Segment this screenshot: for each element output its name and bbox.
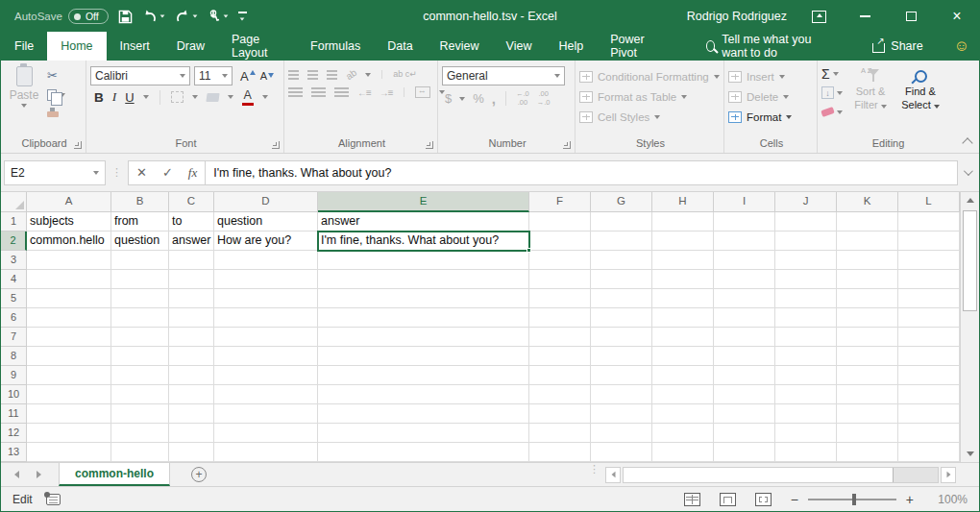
comma-button[interactable]: , xyxy=(492,90,496,107)
autosave-control[interactable]: AutoSave Off xyxy=(14,9,109,24)
cell-H7[interactable] xyxy=(652,328,714,347)
cell-H3[interactable] xyxy=(652,251,714,270)
cell-F6[interactable] xyxy=(529,308,591,328)
cell-H9[interactable] xyxy=(652,366,714,385)
cell-L4[interactable] xyxy=(898,270,960,289)
align-left-button[interactable] xyxy=(288,87,303,97)
cell-E4[interactable] xyxy=(318,270,529,289)
currency-button[interactable]: $ xyxy=(445,91,452,106)
column-header-F[interactable]: F xyxy=(529,192,591,212)
cell-D2[interactable]: How are you? xyxy=(214,232,318,251)
align-middle-button[interactable] xyxy=(307,70,318,80)
cell-A6[interactable] xyxy=(27,308,111,328)
clear-caret[interactable] xyxy=(837,110,843,114)
cell-E1[interactable]: answer xyxy=(318,212,529,232)
cell-A8[interactable] xyxy=(27,347,111,366)
cell-K11[interactable] xyxy=(837,404,898,424)
cell-J6[interactable] xyxy=(775,308,837,328)
hscroll-grip[interactable]: ⋮ xyxy=(583,463,605,486)
fill-color-caret[interactable] xyxy=(228,95,233,99)
cell-H5[interactable] xyxy=(652,289,714,308)
shrink-font-button[interactable]: A xyxy=(260,70,267,82)
cell-B13[interactable] xyxy=(111,443,169,462)
cell-G1[interactable] xyxy=(591,212,652,232)
cell-G11[interactable] xyxy=(591,404,652,424)
cell-I5[interactable] xyxy=(714,289,775,308)
select-all-corner[interactable] xyxy=(1,192,27,212)
cell-C12[interactable] xyxy=(169,424,214,443)
cell-A10[interactable] xyxy=(27,385,111,404)
horizontal-scrollbar[interactable] xyxy=(605,463,956,486)
cell-A4[interactable] xyxy=(27,270,111,289)
cell-B2[interactable]: question xyxy=(111,232,169,251)
cell-G5[interactable] xyxy=(591,289,652,308)
cell-F3[interactable] xyxy=(529,251,591,270)
cell-G2[interactable] xyxy=(591,232,652,251)
cell-F4[interactable] xyxy=(529,270,591,289)
tab-file[interactable]: File xyxy=(1,32,47,61)
enter-button[interactable]: ✓ xyxy=(162,165,173,180)
row-header-10[interactable]: 10 xyxy=(1,385,27,404)
previous-sheet-button[interactable] xyxy=(14,471,19,478)
ribbon-display-options-button[interactable] xyxy=(804,5,833,28)
cell-I11[interactable] xyxy=(714,404,775,424)
cell-L11[interactable] xyxy=(898,404,960,424)
cell-I1[interactable] xyxy=(714,212,775,232)
normal-view-button[interactable] xyxy=(684,493,700,506)
feedback-smiley-button[interactable]: ☺ xyxy=(944,32,979,61)
cell-I8[interactable] xyxy=(714,347,775,366)
cell-C1[interactable]: to xyxy=(169,212,214,232)
cut-button[interactable]: ✂ xyxy=(47,67,65,84)
customize-qat-button[interactable] xyxy=(238,12,247,21)
copy-button[interactable] xyxy=(47,86,65,103)
sheet-tab-common-hello[interactable]: common-hello xyxy=(59,463,170,486)
format-as-table-button[interactable]: Format as Table xyxy=(579,87,720,106)
cell-J5[interactable] xyxy=(775,289,837,308)
cell-G7[interactable] xyxy=(591,328,652,347)
touch-mode-dropdown-caret[interactable] xyxy=(223,14,228,17)
cell-L12[interactable] xyxy=(898,424,960,443)
cell-J2[interactable] xyxy=(775,232,837,251)
tab-power-pivot[interactable]: Power Pivot xyxy=(597,32,673,61)
cell-I9[interactable] xyxy=(714,366,775,385)
cell-D1[interactable]: question xyxy=(214,212,318,232)
cell-J7[interactable] xyxy=(775,328,837,347)
formula-bar-grip[interactable]: ⋮ xyxy=(106,166,128,179)
font-color-button[interactable]: A xyxy=(242,89,254,106)
insert-cells-button[interactable]: Insert xyxy=(728,67,792,85)
cell-B11[interactable] xyxy=(111,404,169,424)
cell-H12[interactable] xyxy=(652,424,714,443)
cell-E12[interactable] xyxy=(318,424,529,443)
undo-button[interactable] xyxy=(142,10,165,23)
cell-H1[interactable] xyxy=(652,212,714,232)
row-header-2[interactable]: 2 xyxy=(1,232,27,251)
cell-J4[interactable] xyxy=(775,270,837,289)
cell-D13[interactable] xyxy=(214,443,318,462)
cell-H10[interactable] xyxy=(652,385,714,404)
wrap-text-button[interactable]: ab c↵ xyxy=(393,70,417,78)
percent-button[interactable]: % xyxy=(473,91,484,106)
cell-K13[interactable] xyxy=(837,443,898,462)
scroll-up-button[interactable] xyxy=(961,192,979,208)
cell-B10[interactable] xyxy=(111,385,169,404)
align-center-button[interactable] xyxy=(311,87,326,97)
autosum-caret[interactable] xyxy=(833,72,839,76)
cell-D6[interactable] xyxy=(214,308,318,328)
column-header-D[interactable]: D xyxy=(214,192,318,212)
align-right-button[interactable] xyxy=(334,87,349,97)
cell-L10[interactable] xyxy=(898,385,960,404)
cell-G13[interactable] xyxy=(591,443,652,462)
tab-view[interactable]: View xyxy=(493,32,546,61)
column-header-H[interactable]: H xyxy=(652,192,714,212)
cell-F9[interactable] xyxy=(529,366,591,385)
cell-K9[interactable] xyxy=(837,366,898,385)
cell-K2[interactable] xyxy=(837,232,898,251)
cell-L5[interactable] xyxy=(898,289,960,308)
undo-dropdown-caret[interactable] xyxy=(159,14,164,17)
cell-J12[interactable] xyxy=(775,424,837,443)
insert-function-button[interactable]: fx xyxy=(188,165,197,181)
tab-page-layout[interactable]: Page Layout xyxy=(218,32,297,61)
row-header-5[interactable]: 5 xyxy=(1,289,27,308)
cell-B8[interactable] xyxy=(111,347,169,366)
tab-insert[interactable]: Insert xyxy=(107,32,163,61)
